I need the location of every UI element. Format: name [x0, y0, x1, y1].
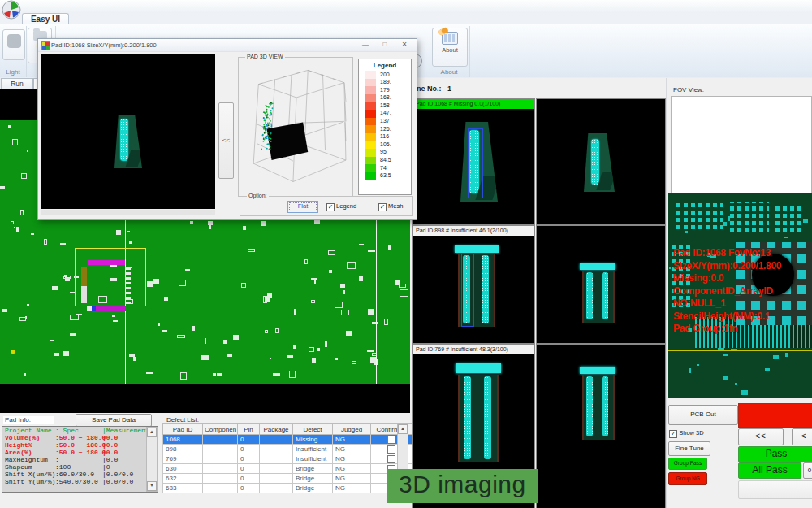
scroll-up-arrow[interactable]: ▲ — [147, 428, 157, 437]
fine-tune-button[interactable]: Fine Tune — [668, 441, 710, 456]
pad-info-row: Volume(%):50.0 ~ 180.0|0.0 — [2, 434, 157, 441]
pad-info-label: Pad Info: — [3, 416, 54, 424]
pad-info-row: Height%:50.0 ~ 180.0|0.0 — [2, 441, 157, 449]
empty-button[interactable] — [738, 480, 812, 499]
legend-entry: 84.5 — [359, 157, 411, 165]
defect-thumbnails-panel: ne No.: 1 Pad ID:1068 # Missing 0.0(1/10… — [412, 78, 666, 508]
maximize-icon[interactable]: □ — [378, 41, 392, 50]
column-header[interactable]: Pin — [238, 424, 260, 435]
column-header[interactable]: Judged — [333, 424, 371, 435]
pcb-out-button[interactable]: PCB Out — [668, 405, 738, 425]
confirmed-checkbox[interactable] — [387, 455, 395, 463]
highlight-bar-top — [88, 260, 125, 265]
legend-entry: 137 — [359, 118, 411, 126]
table-row[interactable]: 7690InsufficientNG — [163, 454, 412, 464]
fov-pcb-image[interactable]: Pad ID:1068 FovNo:13SizeX/Y(mm):0.200/1.… — [668, 193, 812, 398]
pad-info-box: Project Name: Spec|MeasurementResVolume(… — [2, 426, 158, 493]
pad-detail-window[interactable]: Pad ID:1068 SizeX/Y(mm):0.200/1.800 — □ … — [37, 38, 417, 220]
lane-number-label: ne No.: 1 — [417, 85, 451, 93]
defect-list-label: Defect List: — [166, 416, 199, 423]
pad-info-row: Shift X(um/%):60.0/30.0|0.0/0.0 — [2, 471, 157, 478]
legend-entry: 189. — [359, 79, 411, 87]
lane-number-value: 1 — [447, 85, 451, 93]
yellow-trace — [668, 350, 812, 351]
popup-image-scrollbar[interactable] — [41, 210, 215, 215]
mesh-checkbox[interactable]: ✓ Mesh — [378, 202, 403, 211]
flat-button[interactable]: Flat — [287, 201, 318, 213]
pad-3d-plot[interactable] — [242, 64, 349, 193]
easy-ui-app: Easy UI Light Lo Jo ⌂Ⓟ▶→↩↻■╂▦∿▨◷☻☻☻⚙⚑→ A… — [0, 0, 812, 508]
checkbox-icon: ✓ — [669, 430, 677, 438]
prev-all-button[interactable]: << — [738, 428, 784, 445]
scroll-down-arrow[interactable]: ▼ — [147, 481, 157, 491]
about-button[interactable]: About — [432, 28, 468, 67]
column-header[interactable]: Componen — [203, 424, 238, 435]
thumb-cell-1068-zoom[interactable] — [536, 98, 666, 225]
legend-entry: 168. — [359, 94, 411, 102]
option-group: Option: Flat ✓ Legend ✓ Mesh — [240, 196, 413, 216]
close-icon[interactable]: ✕ — [397, 41, 412, 50]
light-group-label: Light — [0, 68, 26, 76]
legend-entry: 179 — [359, 86, 411, 94]
tab-strip: Easy UI — [0, 13, 812, 24]
popup-titlebar[interactable]: Pad ID:1068 SizeX/Y(mm):0.200/1.800 — □ … — [38, 39, 417, 52]
legend-entry: 116 — [359, 133, 411, 141]
legend-entry: 158 — [359, 102, 411, 110]
tab-easy-ui[interactable]: Easy UI — [22, 13, 69, 24]
table-row[interactable]: 6330BridgeNG — [163, 484, 412, 493]
minimize-icon[interactable]: — — [358, 41, 373, 50]
checkbox-icon: ✓ — [378, 203, 387, 211]
confirmed-checkbox[interactable] — [387, 445, 395, 454]
defect-table[interactable]: Pad IDComponenPinPackageDefectJudgedConf… — [162, 423, 412, 493]
table-row[interactable]: 6300BridgeNG — [163, 464, 412, 474]
pad-roi-box — [468, 128, 483, 198]
thumb-cell-1068-overview[interactable]: Pad ID:1068 # Missing 0.0(1/100) — [412, 98, 535, 225]
pad-info-scrollbar[interactable]: ▲ ▼ — [146, 427, 158, 492]
about-group: About About — [429, 26, 470, 77]
thumb-cell-769-zoom[interactable] — [536, 344, 666, 508]
column-header[interactable]: Package — [260, 424, 293, 435]
pad-2d-image[interactable] — [41, 54, 215, 209]
pad-overlay-text: Pad ID:1068 FovNo:13SizeX/Y(mm):0.200/1.… — [673, 247, 781, 336]
collapse-button[interactable]: << — [218, 102, 234, 179]
thumb-cell-898-zoom[interactable] — [536, 225, 666, 344]
thumb-header-1068: Pad ID:1068 # Missing 0.0(1/100) — [413, 99, 534, 109]
checkbox-icon: ✓ — [326, 203, 335, 211]
column-header[interactable]: Pad ID — [163, 424, 203, 435]
table-row[interactable]: 10680MissingNG — [163, 435, 412, 445]
app-logo-icon — [2, 0, 21, 20]
pad-image-769-small — [582, 375, 615, 440]
paste-bar-898 — [455, 245, 499, 253]
pass-button[interactable]: Pass — [738, 446, 812, 462]
crosshair-horizontal — [0, 263, 410, 263]
table-row[interactable]: 6320BridgeNG — [163, 474, 412, 484]
about-button-label: About — [433, 46, 467, 54]
legend-entry: 105. — [359, 141, 411, 149]
legend-entry: 74 — [359, 164, 411, 172]
prev-button[interactable]: < — [792, 428, 812, 445]
column-header[interactable]: Defect — [293, 424, 333, 435]
thumb-cell-898-overview[interactable]: Pad ID:898 # Insufficient 46.1(2/100) — [412, 225, 535, 344]
light-button[interactable] — [2, 29, 25, 60]
highlight-bar-left — [81, 267, 87, 286]
legend-checkbox[interactable]: ✓ Legend — [326, 202, 356, 211]
group-pass-button[interactable]: Group Pass — [668, 458, 707, 470]
thumb-header-769: Pad ID:769 # Insufficient 48.3(3/100) — [413, 345, 534, 354]
pad-image-898-small — [582, 271, 615, 323]
legend-entry: 147. — [359, 110, 411, 118]
defect-scroll-up[interactable]: ▲ — [398, 424, 408, 434]
confirmed-checkbox[interactable] — [387, 436, 395, 444]
all-pass-button[interactable]: All Pass — [738, 462, 801, 479]
pad-image-769 — [458, 375, 499, 462]
tab-run[interactable]: Run — [1, 78, 33, 89]
highlight-bar-bottom — [87, 306, 126, 311]
legend-entry: 126. — [359, 125, 411, 133]
clipped-button[interactable]: 0 — [803, 462, 812, 479]
about-group-label: About — [429, 68, 469, 76]
table-row[interactable]: 8980InsufficientNG — [163, 445, 412, 454]
group-ng-button[interactable]: Group NG — [668, 472, 707, 485]
fov-view-label: FOV View: — [673, 86, 704, 93]
show-3d-checkbox[interactable]: ✓ Show 3D — [669, 429, 704, 438]
pad-info-row: MaxHeightum:|0.0 — [2, 456, 157, 463]
save-pad-data-button[interactable]: Save Pad Data — [76, 414, 152, 427]
